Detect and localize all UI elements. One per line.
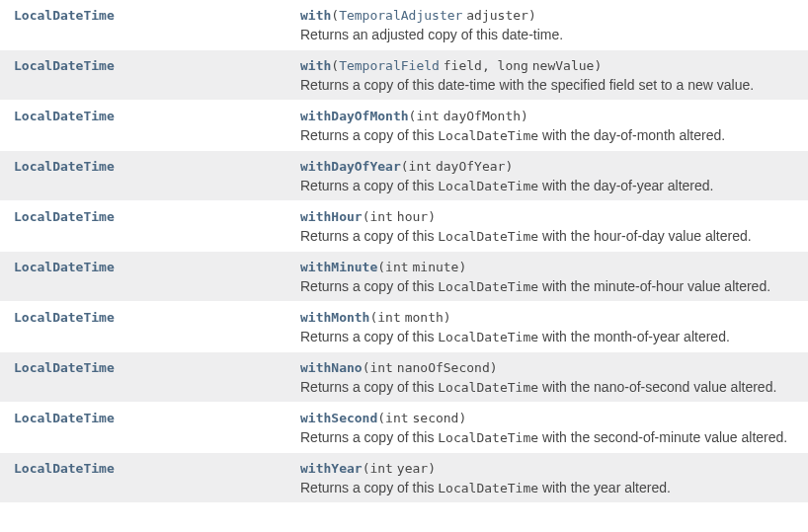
method-signature: withMinute(int minute) <box>300 259 466 274</box>
table-row: LocalDateTimewithNano(int nanoOfSecond)R… <box>0 352 808 403</box>
return-type-cell: LocalDateTime <box>0 201 300 252</box>
return-type-cell: LocalDateTime <box>0 151 300 201</box>
method-cell: withSecond(int second)Returns a copy of … <box>300 403 808 453</box>
return-type-link[interactable]: LocalDateTime <box>14 58 115 73</box>
param-name: field <box>444 58 482 73</box>
param-type: int <box>369 209 392 224</box>
return-type-link[interactable]: LocalDateTime <box>14 8 115 23</box>
desc-code: LocalDateTime <box>438 179 538 193</box>
param-type: int <box>409 159 432 174</box>
desc-text: Returns a copy of this <box>300 228 438 244</box>
method-link[interactable]: withYear <box>300 461 363 476</box>
method-link[interactable]: withMinute <box>300 260 377 274</box>
desc-text: Returns a copy of this date-time with th… <box>300 77 754 93</box>
method-link[interactable]: withNano <box>300 360 363 375</box>
return-type-link[interactable]: LocalDateTime <box>14 411 115 425</box>
method-link[interactable]: withSecond <box>300 411 377 425</box>
desc-text: Returns an adjusted copy of this date-ti… <box>300 27 563 42</box>
param-name: dayOfMonth <box>444 109 521 123</box>
desc-text: with the hour-of-day value altered. <box>538 228 752 244</box>
param-name: newValue <box>532 58 595 73</box>
desc-text: Returns a copy of this <box>300 379 438 395</box>
method-link[interactable]: withMonth <box>300 310 369 325</box>
method-link[interactable]: with <box>300 8 331 23</box>
return-type-link[interactable]: LocalDateTime <box>14 310 115 325</box>
desc-code: LocalDateTime <box>438 481 538 495</box>
method-link[interactable]: with <box>300 58 331 73</box>
desc-text: Returns a copy of this <box>300 429 438 445</box>
method-signature: withMonth(int month) <box>300 309 451 325</box>
param-type: int <box>416 109 439 123</box>
table-row: LocalDateTimewithDayOfYear(int dayOfYear… <box>0 151 808 201</box>
desc-text: Returns a copy of this <box>300 178 438 193</box>
method-signature: withDayOfYear(int dayOfYear) <box>300 158 513 174</box>
paren-close: ) <box>505 159 513 174</box>
desc-code: LocalDateTime <box>438 330 538 344</box>
table-row: LocalDateTimewithHour(int hour)Returns a… <box>0 201 808 252</box>
desc-text: with the day-of-year altered. <box>538 178 713 193</box>
param-type: int <box>369 461 392 476</box>
desc-text: Returns a copy of this <box>300 127 438 143</box>
paren-open: ( <box>377 260 385 274</box>
method-description: Returns a copy of this LocalDateTime wit… <box>300 329 798 344</box>
return-type-link[interactable]: LocalDateTime <box>14 109 115 123</box>
desc-code: LocalDateTime <box>438 380 538 395</box>
method-cell: withDayOfMonth(int dayOfMonth)Returns a … <box>300 101 808 151</box>
param-name: dayOfYear <box>436 159 505 174</box>
table-row: LocalDateTimewith(TemporalAdjuster adjus… <box>0 0 808 50</box>
method-signature: withDayOfMonth(int dayOfMonth) <box>300 108 528 123</box>
paren-close: ) <box>444 310 451 325</box>
desc-text: with the second-of-minute value altered. <box>538 429 787 445</box>
return-type-link[interactable]: LocalDateTime <box>14 461 115 476</box>
paren-open: ( <box>377 411 385 425</box>
table-row: LocalDateTimewithYear(int year)Returns a… <box>0 453 808 503</box>
method-link[interactable]: withDayOfMonth <box>300 109 409 123</box>
desc-text: with the day-of-month altered. <box>538 127 725 143</box>
method-cell: withDayOfYear(int dayOfYear)Returns a co… <box>300 151 808 201</box>
method-cell: withYear(int year)Returns a copy of this… <box>300 453 808 503</box>
method-signature: withSecond(int second) <box>300 410 466 425</box>
method-link[interactable]: withHour <box>300 209 363 224</box>
param-name: adjuster <box>466 8 528 23</box>
method-description: Returns a copy of this LocalDateTime wit… <box>300 178 798 193</box>
method-cell: withHour(int hour)Returns a copy of this… <box>300 201 808 252</box>
paren-close: ) <box>528 8 536 23</box>
param-type-link[interactable]: TemporalField <box>339 58 440 73</box>
method-summary-table: LocalDateTimewith(TemporalAdjuster adjus… <box>0 0 808 503</box>
method-description: Returns an adjusted copy of this date-ti… <box>300 27 798 42</box>
param-type: int <box>385 260 408 274</box>
table-row: LocalDateTimewithDayOfMonth(int dayOfMon… <box>0 101 808 151</box>
return-type-link[interactable]: LocalDateTime <box>14 360 115 375</box>
method-description: Returns a copy of this LocalDateTime wit… <box>300 278 798 294</box>
table-row: LocalDateTimewithMonth(int month)Returns… <box>0 302 808 352</box>
return-type-cell: LocalDateTime <box>0 101 300 151</box>
method-link[interactable]: withDayOfYear <box>300 159 401 174</box>
return-type-link[interactable]: LocalDateTime <box>14 159 115 174</box>
table-row: LocalDateTimewith(TemporalField field, l… <box>0 50 808 101</box>
method-cell: withMonth(int month)Returns a copy of th… <box>300 302 808 352</box>
desc-text: Returns a copy of this <box>300 329 438 344</box>
method-signature: with(TemporalField field, long newValue) <box>300 57 602 73</box>
method-signature: withYear(int year) <box>300 460 436 476</box>
param-type-link[interactable]: TemporalAdjuster <box>339 8 462 23</box>
method-description: Returns a copy of this LocalDateTime wit… <box>300 127 798 143</box>
paren-close: ) <box>521 109 528 123</box>
return-type-cell: LocalDateTime <box>0 352 300 403</box>
method-signature: withNano(int nanoOfSecond) <box>300 359 498 375</box>
param-type: long <box>498 58 528 73</box>
table-row: LocalDateTimewithMinute(int minute)Retur… <box>0 252 808 302</box>
table-row: LocalDateTimewithSecond(int second)Retur… <box>0 403 808 453</box>
param-name: year <box>397 461 428 476</box>
desc-code: LocalDateTime <box>438 229 538 244</box>
return-type-link[interactable]: LocalDateTime <box>14 260 115 274</box>
desc-text: with the nano-of-second value altered. <box>538 379 776 395</box>
return-type-cell: LocalDateTime <box>0 252 300 302</box>
param-name: month <box>405 310 444 325</box>
paren-open: ( <box>331 58 339 73</box>
paren-close: ) <box>490 360 498 375</box>
desc-text: with the month-of-year altered. <box>538 329 730 344</box>
return-type-link[interactable]: LocalDateTime <box>14 209 115 224</box>
return-type-cell: LocalDateTime <box>0 453 300 503</box>
desc-code: LocalDateTime <box>438 430 538 445</box>
method-cell: withNano(int nanoOfSecond)Returns a copy… <box>300 352 808 403</box>
